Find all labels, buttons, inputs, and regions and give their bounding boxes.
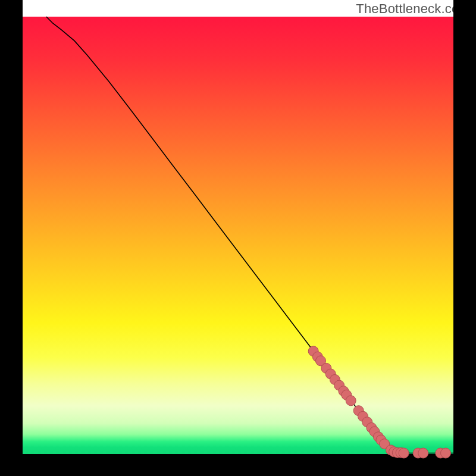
axis-border-left: [0, 0, 23, 476]
data-point: [441, 448, 451, 458]
data-point: [418, 448, 428, 458]
chart-frame: TheBottleneck.com: [0, 0, 476, 476]
axis-border-right: [453, 0, 476, 476]
data-point: [399, 448, 409, 458]
gradient-background: [23, 17, 453, 454]
data-point: [346, 396, 356, 406]
bottleneck-chart: [0, 0, 476, 476]
